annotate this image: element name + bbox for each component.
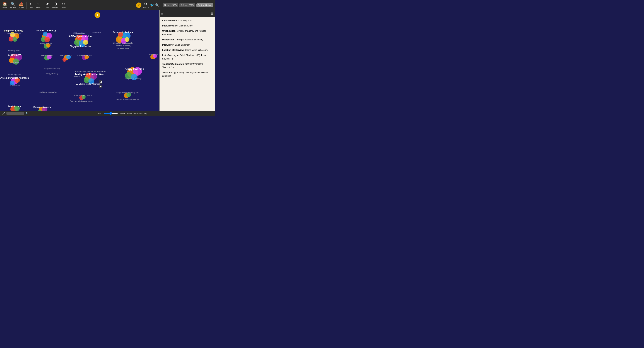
toolbar-right: ? ⚙ Settings 🐦 🔍 Mr. Iz...y2020) Dr Sya.… [136,1,214,9]
right-panel-header: ≡ ⊞ [160,10,215,17]
svg-text:Energy Wastage: Energy Wastage [40,43,52,45]
help-button[interactable]: ? [136,2,142,8]
svg-text:ES Challenges for Malaysia: ES Challenges for Malaysia [76,83,100,85]
svg-text:Availability, Acceptability: Availability, Acceptability [116,45,131,46]
settings-group[interactable]: ⚙ Settings [142,2,149,8]
query-icon: ⬭ [62,2,65,6]
right-panel: ≡ ⊞ Interview Date: 11th May 2020 Interv… [159,10,215,111]
topic-label: Topic: [162,71,168,74]
query-button[interactable]: ⬭ Query [60,2,67,8]
export-button[interactable]: 📤 Export [18,2,25,8]
zoom-area: Zoom: Source Coded: 59% (67% total) [30,112,213,115]
svg-text:Food Security: Food Security [8,105,21,107]
interview-date-label: Interview Date: [162,19,178,22]
svg-text:ASEAN perspective: ASEAN perspective [69,35,92,38]
project-icon: 🔍 [11,2,15,6]
view-icon: 👁 [46,2,49,6]
svg-point-10 [44,37,50,42]
interviewee-value: Mr. Izham Shukhor [175,24,193,27]
svg-text:Energy Price: Energy Price [10,62,19,64]
separator-3 [161,1,161,9]
home-button[interactable]: 🏠 Home [2,2,8,8]
bottom-bar: 🎤 🔍 Zoom: Source Coded: 59% (67% total) [0,111,215,116]
search-submit-icon[interactable]: 🔍 [26,112,28,115]
svg-text:Educating community on energy : Educating community on energy use [116,99,139,100]
svg-text:Energy use and community scale: Energy use and community scale [116,92,140,94]
svg-text:Energy Trilemma: Energy Trilemma [60,54,72,56]
search-icon[interactable]: 🔍 [155,3,159,7]
svg-text:Energy efficiency: Energy efficiency [46,73,58,75]
main-area: + ◀ ▶ Supply of Energy Physical Supply S… [0,10,215,111]
zoom-slider[interactable] [104,112,118,115]
interviewer-label: Interviewer: [162,44,174,46]
zoom-label: Zoom: [96,112,102,114]
view-button[interactable]: 👁 View [44,2,51,8]
svg-text:Decentralisation of energy: Decentralisation of energy [73,94,92,96]
settings-label: Settings [142,6,149,8]
organisation-label: Organisation: [162,30,176,32]
search-area: 🎤 🔍 [2,112,28,115]
source-coded-label: Source Coded: 59% (67% total) [119,112,147,114]
separator-2 [43,1,43,9]
right-panel-content: Interview Date: 11th May 2020 Interviewe… [160,17,215,111]
svg-text:Singapore Perspective: Singapore Perspective [70,45,92,48]
transcription-row: Transcription format: Intelligent Verbat… [162,62,212,69]
export-icon: 📤 [19,2,24,6]
view-label: View [46,6,50,8]
svg-point-28 [62,58,66,62]
redo-button[interactable]: ↪ Redo [35,2,42,8]
topic-value: Energy Security of Malaysia and ASEAN co… [162,71,208,77]
grid-view-icon[interactable]: ⊞ [211,12,214,15]
location-label: Location of Interview: [162,49,184,51]
svg-text:Dimensions of ESstainability: Dimensions of ESstainability [113,42,134,44]
separator [26,1,26,9]
transcription-label: Transcription format: [162,63,184,65]
home-icon: 🏠 [3,2,7,6]
svg-text:Supply of Energy: Supply of Energy [4,29,23,32]
svg-point-11 [43,32,48,36]
svg-text:System Dynamics Approach: System Dynamics Approach [0,77,29,79]
svg-text:Qualitative Data Analysis: Qualitative Data Analysis [40,91,57,93]
undo-button[interactable]: ↩ Undo [28,2,34,8]
location-value: Online video call (Zoom) [185,49,208,51]
interviewer-row: Interviewer: Saleh Shadman [162,43,212,47]
groups-label: Groups [52,6,58,8]
svg-point-79 [125,37,130,42]
groups-icon: ⬡ [54,2,57,6]
user-badge-3[interactable]: Dr. Am...Hisham [196,3,214,7]
acronym-label: List of Acronym: [162,54,179,56]
organisation-row: Organisation: Ministry of Energy and Nat… [162,29,212,36]
map-canvas[interactable]: + ◀ ▶ Supply of Energy Physical Supply S… [0,10,159,111]
designation-label: Designation: [162,38,175,41]
svg-text:Developed Economy: Developed Economy [34,106,51,108]
project-label: Project [10,6,16,8]
user-badge-1[interactable]: Mr. Iz...y2020) [163,3,178,7]
svg-text:Malaysian Perspective: Malaysian Perspective [75,73,104,76]
designation-row: Designation: Principal Assistant Secreta… [162,38,212,41]
topic-row: Topic: Energy Security of Malaysia and A… [162,71,212,78]
groups-button[interactable]: ⬡ Groups [51,2,59,8]
search-input[interactable] [6,112,24,115]
acronym-row: List of Acronym: Saleh Shadman (SS), Izh… [162,54,212,60]
svg-text:Ministry role: Ministry role [149,54,158,55]
hamburger-menu-icon[interactable]: ≡ [161,12,163,16]
undo-label: Undo [29,6,33,8]
export-label: Export [18,6,24,8]
svg-text:Physical Supply Security: Physical Supply Security [6,32,21,34]
settings-icon: ⚙ [144,2,147,6]
svg-text:Economic Political: Economic Political [113,31,134,34]
svg-text:Energy Policies: Energy Policies [123,68,144,71]
svg-text:Electricity: Electricity [8,53,21,56]
svg-text:Demand of Energy: Demand of Energy [36,29,57,32]
interviewee-row: Interviewee: Mr. Izham Shukhor [162,24,212,27]
project-button[interactable]: 🔍 Project [9,2,17,8]
svg-text:Affordability Energy: Affordability Energy [117,47,129,49]
user-badge-2[interactable]: Dr Sya... 2020) [179,3,195,7]
svg-text:Perspective: Perspective [76,32,85,34]
svg-text:ASEAN bond and friendliness fo: ASEAN bond and friendliness for Malaysia [75,70,106,72]
svg-text:Transport: Transport [73,76,80,78]
add-node-button[interactable]: + [94,12,100,18]
home-label: Home [2,6,7,8]
svg-point-46 [83,40,88,45]
svg-text:China's perspective: China's perspective [78,54,92,56]
